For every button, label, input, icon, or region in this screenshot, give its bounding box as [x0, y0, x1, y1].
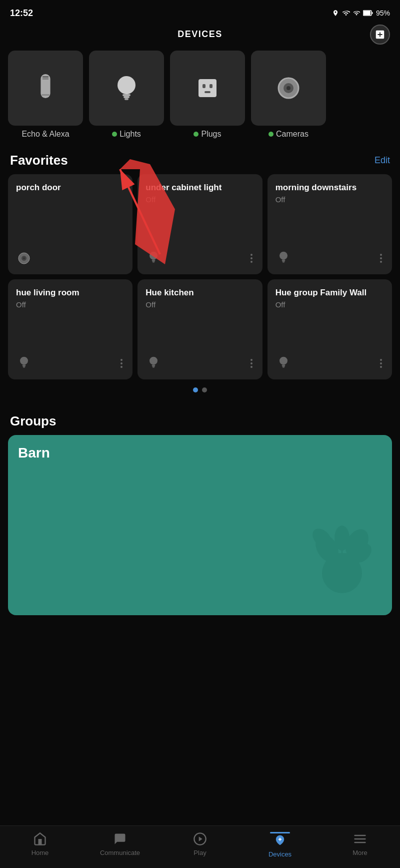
morning-downstairs-bottom [276, 250, 384, 266]
nav-item-devices[interactable]: Devices [255, 832, 305, 858]
svg-point-25 [280, 252, 288, 260]
morning-downstairs-menu[interactable] [378, 252, 384, 265]
play-label: Play [194, 849, 206, 856]
svg-rect-36 [152, 367, 154, 368]
svg-rect-2 [364, 11, 370, 15]
svg-rect-12 [202, 84, 206, 88]
favorite-card-hue-living-room[interactable]: hue living room Off [8, 279, 132, 379]
cameras-label: Cameras [268, 130, 308, 139]
communicate-label: Communicate [100, 849, 140, 856]
svg-rect-27 [282, 261, 284, 262]
svg-rect-39 [282, 366, 284, 367]
status-bar: 12:52 95% [0, 0, 400, 24]
svg-point-7 [118, 76, 136, 94]
nav-item-play[interactable]: Play [175, 832, 225, 858]
lights-icon-box [89, 51, 164, 126]
cameras-icon [272, 72, 304, 104]
porch-door-bottom [16, 250, 124, 266]
favorite-card-hue-kitchen[interactable]: Hue kitchen Off [138, 279, 262, 379]
morning-downstairs-name: morning downstairs [276, 182, 384, 193]
light-card-icon-4 [146, 355, 162, 371]
svg-rect-23 [152, 261, 155, 262]
more-label: More [352, 849, 368, 856]
porch-door-name: porch door [16, 182, 124, 193]
plugs-label: Plugs [194, 130, 221, 139]
favorites-title: Favorites [10, 153, 68, 168]
echo-device-icon [30, 72, 62, 104]
groups-title: Groups [10, 413, 56, 429]
favorites-grid: porch door under cabinet light Off [0, 174, 400, 379]
svg-rect-6 [42, 94, 50, 96]
home-label: Home [32, 849, 49, 856]
play-icon [193, 832, 207, 846]
more-icon [353, 832, 367, 846]
favorite-card-porch-door[interactable]: porch door [8, 174, 132, 274]
light-card-icon-5 [276, 355, 292, 371]
svg-rect-35 [152, 366, 155, 367]
cameras-dot [268, 132, 274, 137]
favorite-card-under-cabinet[interactable]: under cabinet light Off [138, 174, 262, 274]
camera-card-icon [16, 250, 32, 266]
svg-rect-31 [22, 366, 25, 367]
pagination-dots [0, 379, 400, 400]
hue-kitchen-name: Hue kitchen [146, 287, 254, 298]
favorite-card-morning-downstairs[interactable]: morning downstairs Off [268, 174, 392, 274]
svg-rect-32 [23, 367, 25, 368]
svg-rect-10 [124, 98, 128, 100]
svg-rect-14 [204, 91, 210, 93]
svg-rect-40 [282, 367, 284, 368]
plugs-dot [194, 132, 198, 137]
svg-point-29 [20, 357, 28, 365]
svg-rect-11 [198, 79, 216, 97]
under-cabinet-status: Off [146, 195, 254, 204]
svg-point-37 [280, 357, 288, 365]
hue-living-room-status: Off [16, 300, 124, 309]
lights-icon [110, 72, 142, 104]
svg-rect-34 [152, 365, 156, 366]
signal-icon [353, 10, 360, 17]
favorites-edit-link[interactable]: Edit [374, 155, 390, 166]
svg-rect-30 [22, 365, 26, 366]
category-echo[interactable]: Echo & Alexa [8, 51, 83, 139]
nav-item-home[interactable]: Home [15, 832, 65, 858]
nav-item-communicate[interactable]: Communicate [95, 832, 145, 858]
hue-group-bottom [276, 355, 384, 371]
barn-decoration [302, 503, 382, 605]
hue-group-menu[interactable] [378, 357, 384, 370]
groups-header: Groups [0, 405, 400, 435]
favorite-card-hue-group[interactable]: Hue group Family Wall Off [268, 279, 392, 379]
category-lights[interactable]: Lights [89, 51, 164, 139]
svg-rect-28 [282, 262, 284, 263]
add-button[interactable] [370, 25, 390, 45]
hue-living-room-name: hue living room [16, 287, 124, 298]
devices-icon [273, 833, 287, 847]
categories-row: Echo & Alexa Lights [0, 45, 400, 145]
hue-kitchen-menu[interactable] [248, 357, 254, 370]
hue-kitchen-bottom [146, 355, 254, 371]
nav-item-more[interactable]: More [335, 832, 385, 858]
wifi-icon [342, 9, 350, 17]
echo-label: Echo & Alexa [22, 130, 69, 139]
under-cabinet-name: under cabinet light [146, 182, 254, 193]
svg-rect-4 [42, 76, 49, 78]
hue-group-status: Off [276, 300, 384, 309]
groups-section: Groups Barn [0, 400, 400, 620]
group-card-barn[interactable]: Barn [8, 435, 392, 615]
under-cabinet-menu[interactable] [248, 252, 254, 265]
communicate-icon [113, 832, 127, 846]
category-plugs[interactable]: Plugs [170, 51, 245, 139]
morning-downstairs-status: Off [276, 195, 384, 204]
pagination-dot-2[interactable] [202, 387, 207, 392]
barn-title: Barn [8, 435, 392, 471]
hue-living-room-menu[interactable] [118, 357, 124, 370]
svg-point-17 [286, 86, 290, 90]
svg-rect-26 [282, 260, 285, 261]
hue-living-room-bottom [16, 355, 124, 371]
cameras-icon-box [251, 51, 326, 126]
svg-rect-5 [42, 79, 49, 80]
battery-percent: 95% [376, 9, 390, 17]
pagination-dot-1[interactable] [193, 387, 198, 392]
svg-rect-1 [372, 12, 372, 14]
category-cameras[interactable]: Cameras [251, 51, 326, 139]
svg-rect-8 [122, 94, 130, 96]
